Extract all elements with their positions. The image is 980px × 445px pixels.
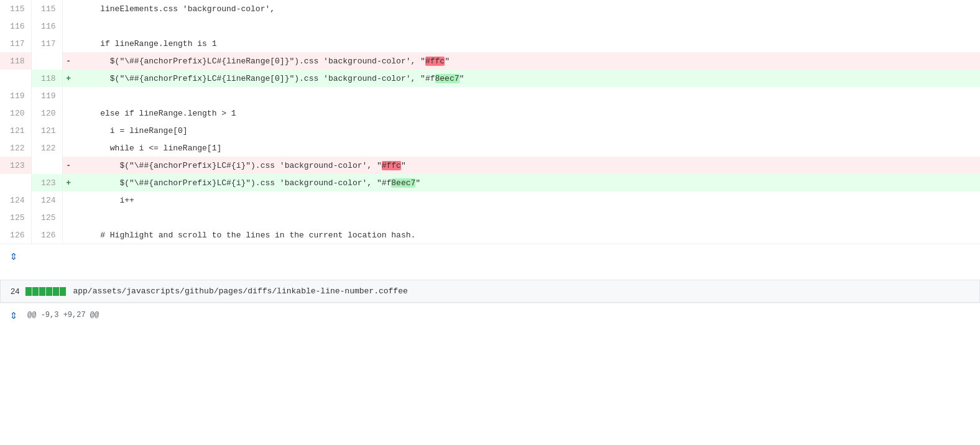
hunk-header-label: @@ -9,3 +9,27 @@ (27, 311, 99, 319)
new-line-num: 119 (31, 87, 62, 104)
diff-indicator-block (39, 287, 45, 296)
diff-marker (62, 209, 75, 226)
new-line-num: 117 (31, 35, 62, 52)
diff-marker (62, 0, 75, 17)
diff-code: $("\##{anchorPrefix}LC#{i}").css 'backgr… (75, 157, 980, 174)
new-line-num: 122 (31, 139, 62, 157)
new-line-num: 115 (31, 0, 62, 17)
diff-marker (62, 35, 75, 52)
diff-marker: + (62, 174, 75, 191)
new-line-num: 126 (31, 226, 62, 244)
table-row: 122122 while i <= lineRange[1] (0, 139, 980, 157)
old-line-num: 124 (0, 191, 31, 209)
diff-marker (62, 139, 75, 157)
old-line-num: 119 (0, 87, 31, 104)
old-line-num: 122 (0, 139, 31, 157)
diff-code: while i <= lineRange[1] (75, 139, 980, 157)
diff-marker (62, 226, 75, 244)
diff-code: i++ (75, 191, 980, 209)
table-row: 118- $("\##{anchorPrefix}LC#{lineRange[0… (0, 52, 980, 70)
old-line-num: 123 (0, 157, 31, 174)
table-row: 116116 (0, 17, 980, 35)
old-line-num (0, 174, 31, 191)
diff-marker: - (62, 52, 75, 70)
diff-code: i = lineRange[0] (75, 122, 980, 139)
old-line-num: 120 (0, 104, 31, 122)
table-row: 123- $("\##{anchorPrefix}LC#{i}").css 'b… (0, 157, 980, 174)
new-line-num: 125 (31, 209, 62, 226)
diff-table: 115115 lineElements.css 'background-colo… (0, 0, 980, 244)
table-row: 119119 (0, 87, 980, 104)
table-row: 117117 if lineRange.length is 1 (0, 35, 980, 52)
diff-marker (62, 17, 75, 35)
new-line-num: 116 (31, 17, 62, 35)
diff-indicator-block (53, 287, 59, 296)
new-line-num (31, 52, 62, 70)
diff-marker (62, 191, 75, 209)
new-line-num: 121 (31, 122, 62, 139)
diff-marker (62, 104, 75, 122)
second-expand: ⇕ @@ -9,3 +9,27 @@ (0, 303, 980, 326)
old-line-num: 125 (0, 209, 31, 226)
table-row: 120120 else if lineRange.length > 1 (0, 104, 980, 122)
table-row: 124124 i++ (0, 191, 980, 209)
diff-indicator (25, 287, 67, 296)
diff-code: $("\##{anchorPrefix}LC#{lineRange[0]}").… (75, 70, 980, 87)
bottom-expand-icon[interactable]: ⇕ (0, 248, 27, 264)
new-line-num: 123 (31, 174, 62, 191)
old-line-num: 116 (0, 17, 31, 35)
diff-indicator-block (32, 287, 39, 296)
diff-marker: + (62, 70, 75, 87)
diff-code: $("\##{anchorPrefix}LC#{i}").css 'backgr… (75, 174, 980, 191)
table-row: 118+ $("\##{anchorPrefix}LC#{lineRange[0… (0, 70, 980, 87)
old-line-num: 126 (0, 226, 31, 244)
table-row: 126126 # Highlight and scroll to the lin… (0, 226, 980, 244)
diff-indicator-block (46, 287, 52, 296)
diff-marker (62, 87, 75, 104)
old-line-num: 117 (0, 35, 31, 52)
table-row: 123+ $("\##{anchorPrefix}LC#{i}").css 'b… (0, 174, 980, 191)
new-line-num: 124 (31, 191, 62, 209)
new-line-num (31, 157, 62, 174)
diff-marker (62, 122, 75, 139)
bottom-expand: ⇕ (0, 244, 980, 267)
diff-code (75, 209, 980, 226)
old-line-num: 115 (0, 0, 31, 17)
new-line-num: 120 (31, 104, 62, 122)
table-row: 125125 (0, 209, 980, 226)
diff-marker: - (62, 157, 75, 174)
file-path[interactable]: app/assets/javascripts/github/pages/diff… (73, 287, 407, 296)
file-number: 24 (11, 287, 19, 296)
diff-code: $("\##{anchorPrefix}LC#{lineRange[0]}").… (75, 52, 980, 70)
diff-indicator-block (60, 287, 66, 296)
old-line-num: 121 (0, 122, 31, 139)
second-expand-icon[interactable]: ⇕ (0, 307, 27, 323)
file-header: 24 app/assets/javascripts/github/pages/d… (0, 280, 980, 303)
new-line-num: 118 (31, 70, 62, 87)
diff-code (75, 17, 980, 35)
diff-code: if lineRange.length is 1 (75, 35, 980, 52)
table-row: 121121 i = lineRange[0] (0, 122, 980, 139)
diff-code (75, 87, 980, 104)
diff-code: else if lineRange.length > 1 (75, 104, 980, 122)
table-row: 115115 lineElements.css 'background-colo… (0, 0, 980, 17)
diff-indicator-block (25, 287, 32, 296)
old-line-num: 118 (0, 52, 31, 70)
old-line-num (0, 70, 31, 87)
diff-container: 115115 lineElements.css 'background-colo… (0, 0, 980, 445)
diff-code: lineElements.css 'background-color', (75, 0, 980, 17)
diff-code: # Highlight and scroll to the lines in t… (75, 226, 980, 244)
